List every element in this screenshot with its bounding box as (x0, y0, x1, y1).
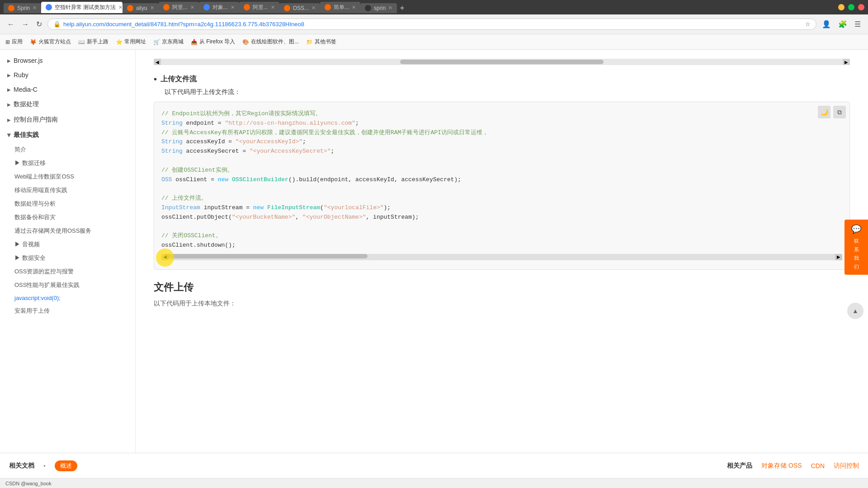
sidebar-item-browserjs[interactable]: ▶ Browser.js (0, 53, 135, 68)
extensions-button[interactable]: 🧩 (836, 18, 849, 30)
bookmark-firefox[interactable]: 🦊 火狐官方站点 (30, 38, 71, 46)
tab-close-6[interactable]: ✕ (271, 5, 275, 10)
sidebar-label-mediac: Media-C (14, 86, 38, 93)
tab-close-1[interactable]: ✕ (33, 5, 37, 11)
tab-favicon-8 (325, 4, 331, 10)
bookmark-apps[interactable]: ⊞ 应用 (5, 38, 23, 46)
sidebar-label-webupload: Web端上传数据至OSS (14, 173, 74, 180)
tab-close-9[interactable]: ✕ (388, 5, 392, 11)
code-string-6: "<yourObjectName>" (302, 214, 366, 221)
tab-8[interactable]: 简单... ✕ (320, 2, 360, 13)
code-type-4: OSS (161, 176, 172, 183)
sidebar-label-installupload: 安装用于上传 (14, 307, 50, 314)
maximize-button[interactable] (848, 4, 854, 10)
top-scrollbar-track[interactable]: ◀ ▶ (154, 59, 850, 65)
scroll-right-button[interactable]: ▶ (843, 59, 850, 65)
tab-7[interactable]: OSS... ✕ (279, 3, 320, 13)
code-theme-button[interactable]: 🌙 (818, 106, 830, 118)
product-link-oss[interactable]: 对象存储 OSS (761, 462, 802, 470)
account-button[interactable]: 👤 (820, 18, 833, 30)
tab-6[interactable]: 阿里... ✕ (239, 2, 279, 13)
sidebar-label-mobile: 移动应用端直传实践 (14, 187, 67, 193)
back-button[interactable]: ← (5, 19, 16, 30)
sidebar-item-mobile[interactable]: 移动应用端直传实践 (0, 183, 135, 197)
sidebar-item-console[interactable]: ▶ 控制台用户指南 (0, 112, 135, 127)
sidebar-item-dataprocess[interactable]: ▶ 数据处理 (0, 97, 135, 112)
arrow-icon-browserjs: ▶ (7, 58, 11, 63)
tab-1[interactable]: Sprin ✕ (4, 3, 41, 13)
tab-label-1: Sprin (17, 5, 30, 11)
tab-label-5: 对象... (212, 4, 228, 11)
newuser-icon: 📖 (78, 39, 85, 45)
bookmark-import[interactable]: 📥 从 Firefox 导入 (191, 38, 235, 46)
sidebar-item-mediac[interactable]: ▶ Media-C (0, 82, 135, 97)
bookmark-draw[interactable]: 🎨 在线绘图软件、图... (242, 38, 299, 46)
status-bar: CSDN @wang_book (0, 478, 868, 488)
code-scrollbar-track[interactable]: ◀ ▶ (161, 254, 842, 260)
bookmark-icon[interactable]: ☆ (805, 21, 811, 28)
code-copy-button[interactable]: ⧉ (833, 106, 846, 118)
sidebar-item-performance[interactable]: OSS性能与扩展最佳实践 (0, 278, 135, 292)
overview-tag[interactable]: 概述 (55, 460, 77, 471)
code-scrollbar-thumb[interactable] (164, 254, 368, 258)
tab-close-2[interactable]: ✕ (118, 5, 123, 10)
code-type-1: String (161, 120, 183, 127)
tab-4[interactable]: 阿里... ✕ (159, 2, 199, 13)
sidebar-item-gateway[interactable]: 通过云存储网关使用OSS服务 (0, 224, 135, 238)
arrow-icon-dataprocess: ▶ (7, 102, 11, 107)
tab-close-3[interactable]: ✕ (150, 5, 154, 11)
tab-close-5[interactable]: ✕ (231, 5, 235, 10)
url-display: help.aliyun.com/document_detail/84781.ht… (63, 21, 802, 28)
sidebar-item-intro[interactable]: 简介 (0, 143, 135, 156)
address-bar[interactable]: 🔒 help.aliyun.com/document_detail/84781.… (47, 19, 816, 30)
product-link-cdn[interactable]: CDN (811, 462, 825, 469)
sidebar-item-ruby[interactable]: ▶ Ruby (0, 68, 135, 82)
sidebar-item-bestpractice[interactable]: ▶ 最佳实践 (0, 127, 135, 143)
bookmark-newuser-label: 新手上路 (87, 38, 108, 46)
tab-2[interactable]: 空指针异常 测试类加方法 ✕ (41, 2, 123, 13)
contact-widget[interactable]: 💬 联 系 我 们 (844, 220, 868, 275)
bottom-bar: 相关文档 • 概述 相关产品 对象存储 OSS CDN 访问控制 (0, 453, 868, 478)
new-tab-button[interactable]: + (397, 4, 407, 13)
close-button[interactable] (858, 4, 864, 10)
bookmark-newuser[interactable]: 📖 新手上路 (78, 38, 108, 46)
code-comment-5: // 关闭OSSClient。 (161, 232, 222, 239)
code-scroll-left-button[interactable]: ◀ (161, 254, 169, 260)
bookmark-jd-label: 京东商城 (162, 38, 184, 46)
tab-label-4: 阿里... (172, 4, 188, 11)
minimize-button[interactable] (838, 4, 844, 10)
scroll-top-button[interactable]: ▲ (847, 303, 863, 319)
tab-label-2: 空指针异常 测试类加方法 (55, 4, 116, 11)
tab-close-4[interactable]: ✕ (190, 5, 194, 10)
sidebar-item-jslink[interactable]: javascript:void(0); (0, 292, 135, 304)
sidebar-item-dataanalysis[interactable]: 数据处理与分析 (0, 197, 135, 211)
tab-9[interactable]: sprin ✕ (360, 3, 397, 13)
refresh-button[interactable]: ↻ (34, 18, 44, 30)
bookmark-common[interactable]: ⭐ 常用网址 (116, 38, 146, 46)
sidebar-label-migration: 数据迁移 (22, 160, 46, 166)
tab-favicon-6 (244, 4, 250, 10)
sidebar-item-webupload[interactable]: Web端上传数据至OSS (0, 170, 135, 183)
top-scrollbar-thumb[interactable] (400, 60, 604, 64)
tab-label-3: aliyu (136, 5, 147, 11)
menu-button[interactable]: ☰ (853, 18, 863, 30)
sidebar-label-intro: 简介 (14, 146, 26, 153)
sidebar-item-security[interactable]: ▶ 数据安全 (0, 251, 135, 265)
scroll-left-button[interactable]: ◀ (154, 59, 161, 65)
tab-3[interactable]: aliyu ✕ (123, 3, 159, 13)
sidebar-item-installupload[interactable]: 安装用于上传 (0, 304, 135, 318)
sidebar-item-backup[interactable]: 数据备份和容灾 (0, 211, 135, 224)
sidebar-item-media[interactable]: ▶ 音视频 (0, 238, 135, 251)
arrow-icon-security: ▶ (14, 254, 20, 261)
tab-5[interactable]: 对象... ✕ (199, 2, 239, 13)
code-scroll-right-button[interactable]: ▶ (835, 254, 842, 260)
sidebar-item-migration[interactable]: ▶ 数据迁移 (0, 156, 135, 170)
product-link-iam[interactable]: 访问控制 (834, 462, 859, 470)
bookmark-jd[interactable]: 🛒 京东商城 (153, 38, 184, 46)
code-type-2: String (161, 138, 183, 145)
bookmark-other[interactable]: 📁 其他书签 (306, 38, 336, 46)
tab-close-8[interactable]: ✕ (352, 5, 356, 10)
sidebar-item-monitor[interactable]: OSS资源的监控与报警 (0, 265, 135, 278)
tab-close-7[interactable]: ✕ (311, 5, 316, 11)
forward-button[interactable]: → (20, 19, 31, 30)
